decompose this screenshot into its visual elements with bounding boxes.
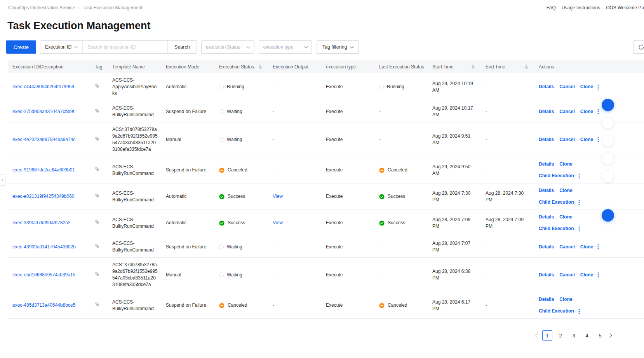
tag-icon[interactable]	[95, 83, 100, 89]
action-clone-link[interactable]: Clone	[580, 272, 593, 278]
execution-id-link[interactable]: exec-485d3713a40644b8bce5	[12, 302, 75, 308]
tag-icon[interactable]	[95, 166, 100, 172]
action-child-execution-link[interactable]: Child Execution	[539, 308, 574, 314]
tag-icon[interactable]	[95, 302, 100, 307]
execution-id-link[interactable]: exec-43909a0141704543802b	[12, 244, 76, 250]
last-execution-status-label: Canceled	[388, 302, 407, 309]
action-details-link[interactable]: Details	[539, 187, 554, 194]
tag-filtering-button[interactable]: Tag filtering	[317, 40, 359, 54]
action-details-link[interactable]: Details	[539, 136, 554, 143]
more-actions-icon[interactable]	[597, 244, 599, 250]
action-clone-link[interactable]: Clone	[559, 296, 572, 303]
cell-execution-mode: Suspend on Failure	[161, 244, 214, 250]
tag-icon[interactable]	[95, 219, 100, 225]
cell-execution-type: Execute	[321, 136, 374, 143]
action-child-execution-link[interactable]: Child Execution	[539, 225, 574, 232]
view-output-link[interactable]: View	[273, 220, 283, 225]
floating-action-button[interactable]	[602, 152, 614, 165]
cell-template-name: ACS-ECS-ApplyAnsiblePlayBooks	[108, 77, 161, 97]
search-button[interactable]: Search	[167, 41, 197, 53]
action-cancel-link[interactable]: Cancel	[559, 136, 574, 143]
floating-action-button[interactable]	[602, 209, 614, 222]
tag-icon[interactable]	[95, 136, 100, 141]
action-clone-link[interactable]: Clone	[559, 214, 572, 220]
action-details-link[interactable]: Details	[539, 296, 554, 303]
action-details-link[interactable]: Details	[539, 161, 554, 168]
more-actions-icon[interactable]	[597, 84, 599, 90]
action-details-link[interactable]: Details	[539, 214, 554, 220]
action-clone-link[interactable]: Clone	[580, 84, 593, 90]
tag-icon[interactable]	[95, 271, 100, 277]
sort-icon[interactable]	[525, 65, 528, 69]
cell-execution-type-text: Execute	[326, 84, 343, 89]
cell-start-time: Aug 29, 2024 9:51 AM	[428, 133, 481, 146]
sort-icon[interactable]	[472, 65, 475, 69]
cell-actions: DetailsCloneChild Execution	[534, 187, 644, 206]
execution-id-search-input[interactable]	[83, 41, 167, 53]
pagination-next-icon[interactable]	[607, 333, 612, 337]
tag-icon[interactable]	[95, 193, 100, 198]
execution-status: Running	[219, 84, 265, 90]
floating-action-button[interactable]	[602, 117, 614, 129]
action-clone-link[interactable]: Clone	[580, 136, 593, 143]
action-child-execution-link[interactable]: Child Execution	[539, 199, 574, 206]
action-details-link[interactable]: Details	[539, 108, 554, 115]
more-actions-icon[interactable]	[578, 173, 580, 179]
tag-filtering-label: Tag filtering	[322, 44, 347, 50]
execution-id-link[interactable]: exec-919667dc2cc64a609b01	[12, 167, 75, 173]
action-details-link[interactable]: Details	[539, 84, 554, 90]
search-field-select[interactable]: Execution ID	[40, 41, 83, 53]
create-button[interactable]: Create	[6, 40, 36, 54]
more-actions-icon[interactable]	[578, 309, 580, 314]
action-cancel-link[interactable]: Cancel	[559, 244, 574, 250]
oos-welcome-link[interactable]: OOS Welcome Pa	[606, 5, 644, 10]
cell-execution-mode-text: Manual	[166, 137, 181, 142]
pagination-prev-icon[interactable]	[535, 333, 540, 337]
more-actions-icon[interactable]	[597, 109, 599, 114]
execution-id-link[interactable]: exec-4e2023a997594ba9a74c	[12, 137, 75, 142]
action-clone-link[interactable]: Clone	[559, 161, 572, 168]
tag-icon[interactable]	[95, 243, 100, 249]
more-actions-icon[interactable]	[597, 272, 599, 278]
action-clone-link[interactable]: Clone	[580, 244, 593, 250]
pagination-page-5[interactable]: 5	[595, 330, 605, 341]
more-actions-icon[interactable]	[597, 137, 599, 142]
more-actions-icon[interactable]	[578, 226, 580, 232]
action-cancel-link[interactable]: Cancel	[559, 108, 574, 115]
execution-id-link[interactable]: exec-339fad7fdf9d49f782a2	[12, 220, 70, 225]
floating-action-button[interactable]	[602, 170, 614, 183]
execution-id-link[interactable]: exec-275d90aa43104a7cbb9f	[12, 109, 74, 114]
execution-output-text: -	[273, 137, 274, 142]
panel-collapse-handle[interactable]	[0, 174, 5, 186]
action-clone-link[interactable]: Clone	[559, 187, 572, 194]
execution-type-select[interactable]: execution type	[259, 40, 312, 54]
execution-id-link[interactable]: exec-e021319f94254349b060	[12, 194, 74, 199]
action-line: DetailsClone	[539, 187, 641, 194]
usage-instructions-link[interactable]: Usage Instructions	[562, 5, 600, 10]
pagination-page-1[interactable]: 1	[542, 330, 552, 341]
pagination-page-3[interactable]: 3	[569, 330, 579, 341]
execution-id-link[interactable]: exec-c444a8054b204f079959	[12, 84, 74, 89]
breadcrumb-service[interactable]: CloudOps Orchestration Service	[8, 5, 75, 10]
faq-link[interactable]: FAQ	[547, 5, 556, 10]
view-output-link[interactable]: View	[273, 194, 283, 199]
cell-start-time-text: Aug 29, 2024 10:17 AM	[432, 105, 473, 117]
action-cancel-link[interactable]: Cancel	[559, 272, 574, 278]
action-clone-link[interactable]: Clone	[580, 108, 593, 115]
more-actions-icon[interactable]	[578, 200, 580, 205]
action-child-execution-link[interactable]: Child Execution	[539, 173, 574, 179]
refresh-button[interactable]	[633, 40, 644, 54]
floating-action-button[interactable]	[602, 99, 614, 111]
tag-icon[interactable]	[95, 108, 100, 114]
cell-execution-status: Waiting	[214, 244, 268, 250]
pagination-page-2[interactable]: 2	[555, 330, 566, 341]
template-name-text: ACS-ECS-ApplyAnsiblePlayBooks	[112, 77, 157, 96]
pagination-page-4[interactable]: 4	[582, 330, 592, 341]
execution-status-select[interactable]: execution Status	[201, 40, 254, 54]
execution-id-link[interactable]: exec-ebd16688b9574cb39a15	[12, 272, 75, 278]
sort-icon[interactable]	[259, 65, 262, 69]
action-details-link[interactable]: Details	[539, 244, 554, 250]
action-cancel-link[interactable]: Cancel	[559, 84, 574, 90]
action-details-link[interactable]: Details	[539, 272, 554, 278]
floating-action-button[interactable]	[602, 134, 614, 147]
